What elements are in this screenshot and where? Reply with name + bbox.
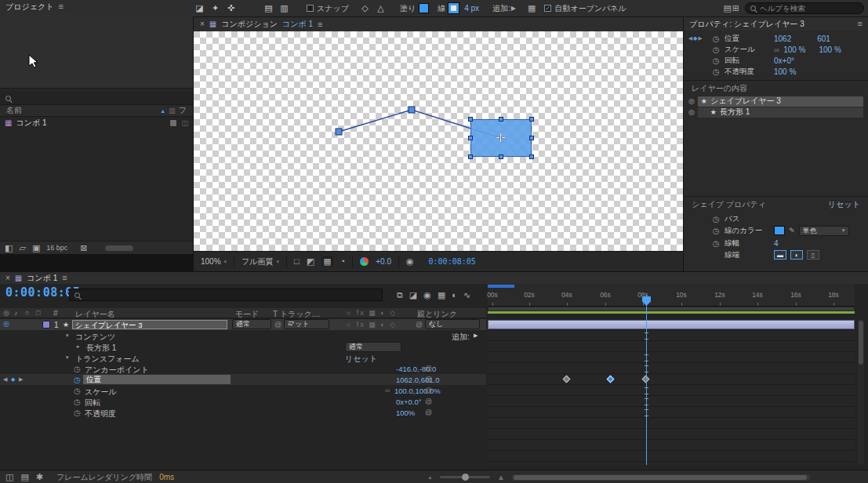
pickwhip-icon[interactable]: @ bbox=[425, 398, 432, 405]
stopwatch-icon[interactable]: ◷ bbox=[74, 365, 81, 373]
scale-value[interactable]: 100.0,100.0% bbox=[394, 387, 441, 395]
pickwhip-icon[interactable]: @ bbox=[425, 376, 432, 383]
toggle-icon-1[interactable]: ◫ bbox=[5, 473, 13, 481]
snap-toggle[interactable]: スナップ bbox=[307, 3, 349, 14]
panel-menu-icon[interactable]: ≡ bbox=[58, 2, 63, 11]
opacity-label[interactable]: 不透明度 bbox=[85, 409, 116, 419]
motion-path-keyframe-1[interactable] bbox=[336, 129, 342, 135]
scrollbar-thumb[interactable] bbox=[859, 321, 863, 365]
handle-middle-left[interactable] bbox=[468, 136, 473, 140]
project-panel-title[interactable]: プロジェクト bbox=[5, 2, 53, 13]
eye-icon[interactable]: ◎ bbox=[3, 320, 9, 328]
cap-butt-button[interactable]: ▬ bbox=[774, 250, 786, 260]
stopwatch-icon[interactable]: ◷ bbox=[711, 67, 721, 76]
panel-menu-icon[interactable]: ≡ bbox=[62, 274, 67, 282]
timeline-zoom-slider[interactable] bbox=[440, 476, 490, 478]
handle-bottom-left[interactable] bbox=[468, 154, 473, 159]
stopwatch-icon[interactable]: ◷ bbox=[74, 387, 81, 395]
hide-shy-layers-icon[interactable]: ◉ bbox=[423, 291, 431, 300]
show-channel-icon[interactable] bbox=[360, 257, 369, 266]
timeline-search[interactable] bbox=[69, 289, 383, 301]
position-label[interactable]: 位置 bbox=[83, 375, 231, 384]
mode-column-header[interactable]: モード bbox=[235, 309, 259, 320]
track-matte-dropdown[interactable]: マット ▾ bbox=[284, 319, 329, 329]
panels-icon[interactable]: ⊞ bbox=[732, 4, 739, 13]
rotation-value[interactable]: 0x+0° bbox=[774, 56, 794, 65]
rotation-row[interactable]: ◷ 回転 0x+0.0° @ bbox=[0, 396, 486, 407]
contents-shape-name[interactable]: 長方形 1 bbox=[720, 107, 750, 118]
pickwhip-icon[interactable]: @ bbox=[425, 365, 432, 372]
layer-row[interactable]: ◎ 1 ★ シェイプレイヤー 3 通常 ▾ @ マット ▾ ☼ fx ▦ ◐ ◇… bbox=[0, 319, 486, 330]
snapshot-camera-icon[interactable]: ◉ bbox=[406, 257, 414, 266]
workspace-icon[interactable]: ▤ bbox=[723, 4, 731, 13]
handle-bottom-center[interactable] bbox=[499, 154, 503, 159]
help-search-input[interactable] bbox=[760, 4, 859, 13]
blend-mode-dropdown[interactable]: 通常 ▾ bbox=[232, 319, 271, 329]
handle-top-right[interactable] bbox=[529, 117, 534, 122]
angle-icon[interactable]: △ bbox=[373, 2, 388, 16]
opacity-row[interactable]: ◷ 不透明度 100% @ bbox=[0, 407, 486, 418]
stroke-width-value[interactable]: 4 px bbox=[464, 4, 479, 13]
toggle-icon-2[interactable]: ▤ bbox=[20, 473, 28, 481]
parent-pickwhip-icon[interactable]: @ bbox=[416, 321, 423, 329]
zoom-out-mountain-icon[interactable]: ▲ bbox=[427, 474, 433, 480]
transparency-grid-icon[interactable]: ▦ bbox=[321, 256, 332, 267]
trash-icon[interactable]: ⊠ bbox=[80, 244, 87, 252]
parent-dropdown[interactable]: なし ▾ bbox=[425, 319, 480, 329]
contents-layer-row-2[interactable]: ◎ ★ 長方形 1 bbox=[684, 107, 868, 118]
contents-layer-name[interactable]: シェイプレイヤー 3 bbox=[710, 96, 781, 107]
keyframe-navigator[interactable]: ◀ ◆ ▶ bbox=[688, 35, 707, 42]
auto-open-checkbox[interactable]: ✓ bbox=[544, 5, 551, 12]
next-keyframe-icon[interactable]: ▶ bbox=[19, 376, 23, 383]
stopwatch-icon[interactable]: ◷ bbox=[74, 409, 81, 417]
panel-menu-icon[interactable]: ≡ bbox=[318, 20, 322, 29]
scale-x-value[interactable]: 100 % bbox=[783, 45, 805, 54]
layer-switches-icons[interactable]: ☼ fx ▦ ◐ ◇ bbox=[345, 321, 397, 329]
track-area[interactable] bbox=[488, 319, 855, 465]
resolution-dropdown[interactable]: フル画質 ▾ bbox=[242, 256, 279, 267]
sort-ascending-icon[interactable]: ▲ bbox=[160, 108, 165, 114]
handle-top-left[interactable] bbox=[468, 117, 473, 122]
position-value[interactable]: 1062.0,601.0 bbox=[396, 376, 439, 384]
properties-panel-title[interactable]: プロパティ: シェイプレイヤー 3 bbox=[689, 19, 804, 30]
stroke-color-swatch[interactable] bbox=[774, 226, 785, 235]
contents-group-row[interactable]: ▾ コンテンツ 追加: ▶ bbox=[0, 330, 486, 341]
fill-type-dropdown[interactable]: 単色 ▾ bbox=[799, 226, 849, 236]
link-icon[interactable]: ∞ bbox=[774, 45, 779, 54]
handle-bottom-right[interactable] bbox=[529, 154, 534, 159]
stopwatch-icon[interactable]: ◷ bbox=[711, 45, 721, 54]
rectangle-group-row[interactable]: ▸ 長方形 1 通常 ▾ bbox=[0, 341, 486, 352]
position-y-value[interactable]: 601 bbox=[817, 34, 830, 43]
close-tab-icon[interactable]: × bbox=[200, 20, 205, 28]
contents-layer-row-1[interactable]: ◎ ★ シェイプレイヤー 3 bbox=[684, 96, 868, 107]
timeline-tab-name[interactable]: コンポ 1 bbox=[27, 273, 57, 284]
exposure-value[interactable]: +0.0 bbox=[376, 257, 391, 266]
project-item-row[interactable]: ▦ コンポ 1 ◫ bbox=[0, 117, 193, 129]
motion-blur-icon[interactable]: ◐ bbox=[452, 291, 457, 300]
position-x-value[interactable]: 1062 bbox=[774, 34, 791, 43]
twirl-open-icon[interactable]: ▾ bbox=[66, 332, 69, 339]
handle-middle-right[interactable] bbox=[529, 136, 534, 140]
timeline-vertical-scrollbar[interactable] bbox=[858, 319, 864, 465]
stroke-color-swatch[interactable] bbox=[449, 3, 459, 13]
cap-projecting-button[interactable]: ▯ bbox=[807, 250, 819, 260]
fill-label[interactable]: 塗り bbox=[400, 3, 416, 14]
time-ruler[interactable]: 00s 02s 04s 06s 08s 10s 12s 14s 16s 18s bbox=[488, 284, 855, 307]
layer-name-column-header[interactable]: レイヤー名 bbox=[75, 309, 115, 320]
timeline-horizontal-scrollbar[interactable] bbox=[512, 474, 810, 481]
add-menu-icon[interactable]: ▶ bbox=[474, 332, 478, 339]
guides-icon[interactable]: □ bbox=[294, 257, 300, 266]
zoom-slider-thumb[interactable] bbox=[462, 474, 469, 481]
stroke-label[interactable]: 線 bbox=[438, 3, 445, 14]
scale-y-value[interactable]: 100 % bbox=[819, 45, 841, 54]
eye-icon[interactable]: ◎ bbox=[688, 98, 695, 105]
region-of-interest-icon[interactable]: ◔ bbox=[340, 257, 346, 266]
name-column-header[interactable]: 名前 bbox=[6, 105, 22, 116]
label-color-chip[interactable] bbox=[42, 321, 50, 329]
stopwatch-icon[interactable]: ◷ bbox=[74, 376, 81, 384]
pickwhip-icon[interactable]: @ bbox=[425, 409, 432, 416]
stroke-width-value[interactable]: 4 bbox=[774, 239, 779, 248]
playhead-line[interactable] bbox=[646, 295, 647, 465]
track-matte-column-header[interactable]: T トラック.... bbox=[273, 309, 321, 320]
add-keyframe-icon[interactable]: ◆ bbox=[693, 35, 697, 42]
